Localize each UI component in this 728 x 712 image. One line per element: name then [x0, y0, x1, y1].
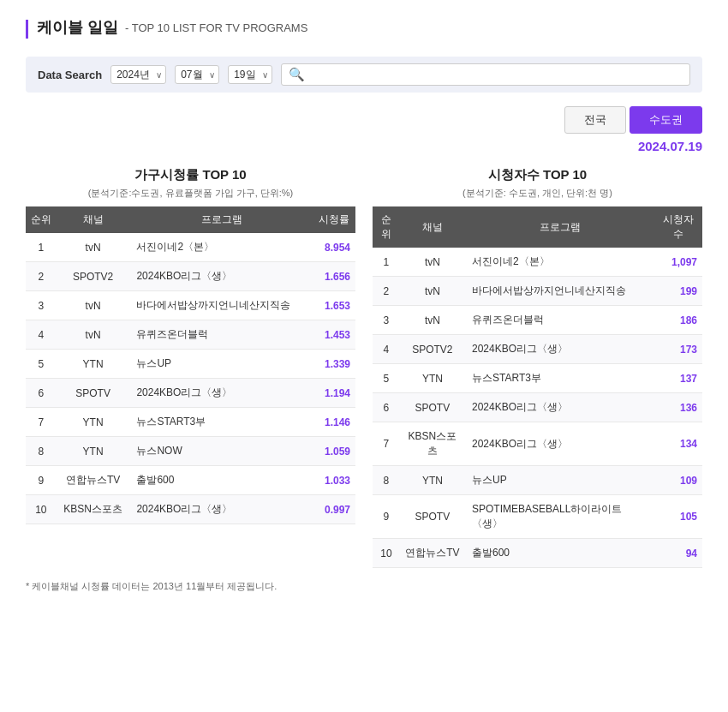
viewer-table-title: 시청자수 TOP 10	[373, 167, 702, 183]
day-select[interactable]: 19일	[228, 65, 272, 84]
channel-cell: SPOTV	[400, 393, 465, 422]
rank-cell: 4	[373, 335, 400, 364]
viewers-cell: 134	[654, 422, 702, 466]
table-row: 1 tvN 서진이네2〈본〉 8.954	[26, 233, 355, 262]
household-table: 순위 채널 프로그램 시청률 1 tvN 서진이네2〈본〉 8.954 2 SP…	[26, 206, 355, 524]
viewer-table: 순위 채널 프로그램 시청자수 1 tvN 서진이네2〈본〉 1,097 2 t…	[373, 206, 702, 568]
program-cell: 출발600	[129, 466, 313, 495]
channel-cell: YTN	[57, 350, 130, 379]
rating-cell: 0.997	[313, 495, 355, 524]
rank-cell: 3	[373, 306, 400, 335]
program-cell: 출발600	[465, 539, 654, 568]
channel-cell: tvN	[57, 320, 130, 350]
search-input-wrap[interactable]: 🔍	[281, 63, 690, 86]
rank-cell: 6	[373, 393, 400, 422]
page-title: 케이블 일일 - TOP 10 LIST FOR TV PROGRAMS	[37, 17, 307, 38]
viewers-cell: 105	[654, 495, 702, 539]
channel-cell: tvN	[57, 291, 130, 320]
program-cell: 2024KBO리그〈생〉	[129, 495, 313, 524]
rating-cell: 1.653	[313, 291, 355, 320]
table-row: 10 연합뉴스TV 출발600 94	[373, 539, 702, 568]
program-cell: 서진이네2〈본〉	[129, 233, 313, 262]
channel-cell: tvN	[57, 233, 130, 262]
household-table-section: 가구시청률 TOP 10 (분석기준:수도권, 유료플랫폼 가입 가구, 단위:…	[26, 167, 355, 568]
rating-cell: 1.339	[313, 350, 355, 379]
rank-cell: 8	[373, 466, 400, 495]
rating-cell: 8.954	[313, 233, 355, 262]
program-cell: 바다에서밥상까지언니네산지직송	[465, 277, 654, 306]
rank-cell: 2	[26, 262, 57, 291]
viewer-table-subtitle: (분석기준: 수도권, 개인, 단위:천 명)	[373, 187, 702, 200]
rank-cell: 5	[373, 364, 400, 393]
rank-cell: 9	[373, 495, 400, 539]
col-rank-v: 순위	[373, 206, 400, 248]
program-cell: 2024KBO리그〈생〉	[465, 422, 654, 466]
rating-cell: 1.059	[313, 437, 355, 466]
program-cell: 뉴스UP	[129, 350, 313, 379]
channel-cell: YTN	[400, 466, 465, 495]
table-row: 2 tvN 바다에서밥상까지언니네산지직송 199	[373, 277, 702, 306]
channel-cell: tvN	[400, 306, 465, 335]
program-cell: SPOTIMEBASEBALL하이라이트〈생〉	[465, 495, 654, 539]
channel-cell: tvN	[400, 248, 465, 277]
channel-cell: SPOTV2	[400, 335, 465, 364]
tables-container: 가구시청률 TOP 10 (분석기준:수도권, 유료플랫폼 가입 가구, 단위:…	[26, 167, 702, 568]
rank-cell: 7	[26, 408, 57, 437]
program-cell: 서진이네2〈본〉	[465, 248, 654, 277]
program-cell: 2024KBO리그〈생〉	[129, 379, 313, 408]
table-row: 9 연합뉴스TV 출발600 1.033	[26, 466, 355, 495]
col-program-v: 프로그램	[465, 206, 654, 248]
viewers-cell: 137	[654, 364, 702, 393]
table-row: 9 SPOTV SPOTIMEBASEBALL하이라이트〈생〉 105	[373, 495, 702, 539]
channel-cell: YTN	[400, 364, 465, 393]
region-btn-metro[interactable]: 수도권	[630, 106, 702, 134]
search-input[interactable]	[309, 69, 683, 81]
viewers-cell: 186	[654, 306, 702, 335]
rating-cell: 1.033	[313, 466, 355, 495]
rank-cell: 9	[26, 466, 57, 495]
channel-cell: SPOTV	[400, 495, 465, 539]
region-btn-national[interactable]: 전국	[564, 106, 626, 134]
program-cell: 뉴스START3부	[465, 364, 654, 393]
search-icon: 🔍	[289, 67, 305, 82]
col-channel-v: 채널	[400, 206, 465, 248]
channel-cell: YTN	[57, 437, 130, 466]
search-bar: Data Search 2024년 07월 19일 🔍	[26, 57, 702, 93]
date-display: 2024.07.19	[26, 139, 702, 153]
rank-cell: 5	[26, 350, 57, 379]
year-select-wrap[interactable]: 2024년	[110, 65, 166, 84]
channel-cell: SPOTV2	[57, 262, 130, 291]
col-viewers-v: 시청자수	[654, 206, 702, 248]
viewers-cell: 1,097	[654, 248, 702, 277]
rating-cell: 1.194	[313, 379, 355, 408]
program-cell: 바다에서밥상까지언니네산지직송	[129, 291, 313, 320]
channel-cell: YTN	[57, 408, 130, 437]
rank-cell: 3	[26, 291, 57, 320]
table-row: 2 SPOTV2 2024KBO리그〈생〉 1.656	[26, 262, 355, 291]
table-row: 3 tvN 바다에서밥상까지언니네산지직송 1.653	[26, 291, 355, 320]
program-cell: 유퀴즈온더블럭	[129, 320, 313, 350]
program-cell: 2024KBO리그〈생〉	[129, 262, 313, 291]
household-table-subtitle: (분석기준:수도권, 유료플랫폼 가입 가구, 단위:%)	[26, 187, 355, 200]
day-select-wrap[interactable]: 19일	[228, 65, 272, 84]
table-row: 7 KBSN스포츠 2024KBO리그〈생〉 134	[373, 422, 702, 466]
rank-cell: 1	[373, 248, 400, 277]
year-select[interactable]: 2024년	[110, 65, 166, 84]
channel-cell: KBSN스포츠	[400, 422, 465, 466]
rank-cell: 6	[26, 379, 57, 408]
table-row: 4 tvN 유퀴즈온더블럭 1.453	[26, 320, 355, 350]
viewers-cell: 136	[654, 393, 702, 422]
program-cell: 2024KBO리그〈생〉	[465, 335, 654, 364]
table-row: 4 SPOTV2 2024KBO리그〈생〉 173	[373, 335, 702, 364]
program-cell: 뉴스NOW	[129, 437, 313, 466]
rank-cell: 4	[26, 320, 57, 350]
month-select-wrap[interactable]: 07월	[175, 65, 219, 84]
table-row: 6 SPOTV 2024KBO리그〈생〉 1.194	[26, 379, 355, 408]
month-select[interactable]: 07월	[175, 65, 219, 84]
rank-cell: 10	[373, 539, 400, 568]
table-row: 7 YTN 뉴스START3부 1.146	[26, 408, 355, 437]
table-row: 6 SPOTV 2024KBO리그〈생〉 136	[373, 393, 702, 422]
table-row: 5 YTN 뉴스START3부 137	[373, 364, 702, 393]
table-row: 3 tvN 유퀴즈온더블럭 186	[373, 306, 702, 335]
table-row: 8 YTN 뉴스UP 109	[373, 466, 702, 495]
